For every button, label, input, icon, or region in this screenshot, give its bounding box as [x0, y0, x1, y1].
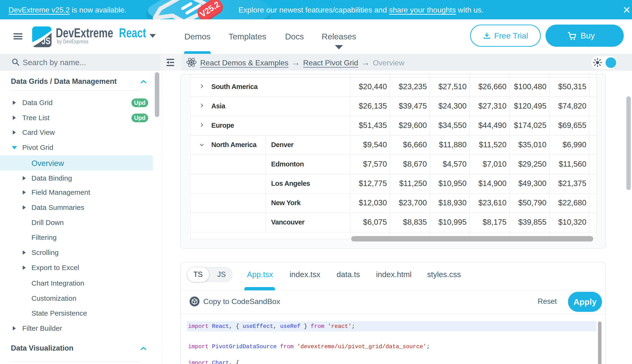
svg-text:JS: JS: [42, 36, 50, 46]
